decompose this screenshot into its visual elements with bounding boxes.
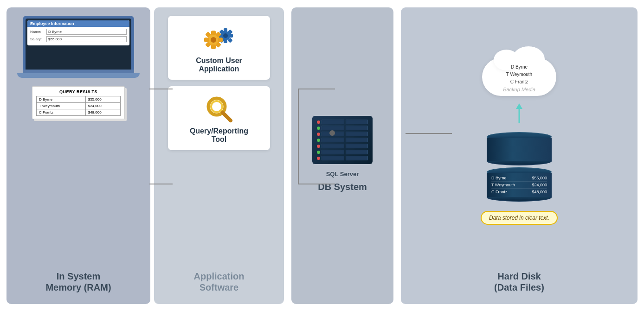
server-block xyxy=(322,144,344,148)
server-block xyxy=(322,138,344,142)
panel-app: Custom UserApplication Query/ReportingTo… xyxy=(154,7,284,304)
disk-cylinder-stack: D Byrne $55,000 T Weymouth $24,000 C Fra… xyxy=(487,132,552,202)
server-block xyxy=(346,150,368,154)
server-row xyxy=(317,138,368,142)
server-block xyxy=(346,144,368,148)
laptop-bottom xyxy=(17,73,140,78)
led-red xyxy=(317,145,320,148)
disk-salary-1: $55,000 xyxy=(532,176,547,180)
ram-content: Employee Information Name: D Byrne Salar… xyxy=(13,16,144,119)
svg-rect-5 xyxy=(229,34,233,38)
svg-rect-15 xyxy=(204,38,209,42)
panel-ram: Employee Information Name: D Byrne Salar… xyxy=(6,7,150,304)
connector-app-db-top xyxy=(298,89,335,89)
emp-header: Employee Information xyxy=(27,20,129,27)
server-block xyxy=(346,138,368,142)
server-row xyxy=(317,156,368,160)
svg-line-23 xyxy=(223,113,231,121)
cloud-shape: D Byrne T Weymouth C Frantz Backup Media xyxy=(482,58,556,96)
disk-salary-3: $48,000 xyxy=(532,190,547,194)
backup-name-3: C Frantz xyxy=(491,78,547,86)
table-cell-salary: $55,000 xyxy=(85,96,120,102)
disk-content: D Byrne T Weymouth C Frantz Backup Media xyxy=(481,16,558,267)
server-block xyxy=(322,120,344,124)
laptop-screen-outer: Employee Information Name: D Byrne Salar… xyxy=(23,16,134,70)
server-row xyxy=(317,120,368,124)
table-cell-salary: $24,000 xyxy=(85,102,120,109)
query-tool-box: Query/ReportingTool xyxy=(168,86,270,150)
magnifier-icon xyxy=(205,95,233,123)
connector-ram-app-top xyxy=(149,89,173,89)
table-cell-name: D Byrne xyxy=(37,96,86,102)
svg-point-12 xyxy=(211,37,216,43)
svg-point-1 xyxy=(223,33,228,38)
table-row: T Weymouth $24,000 xyxy=(37,102,121,109)
led-red xyxy=(317,121,320,124)
query-tool-label: Query/ReportingTool xyxy=(190,127,248,144)
query-title: QUERY RESULTS xyxy=(36,89,121,94)
server-rack xyxy=(317,120,368,160)
server-row xyxy=(317,126,368,130)
laptop: Employee Information Name: D Byrne Salar… xyxy=(23,16,134,78)
disk-row-1: D Byrne $55,000 xyxy=(491,175,547,182)
server-block xyxy=(322,126,344,130)
connector-db-disk xyxy=(406,133,452,134)
arrow-up-icon xyxy=(515,102,524,126)
emp-row-salary: Salary: $55,000 xyxy=(30,36,127,42)
svg-rect-14 xyxy=(211,44,216,49)
disk-row-2: T Weymouth $24,000 xyxy=(491,182,547,189)
led-red xyxy=(317,157,320,160)
table-cell-name: C Frantz xyxy=(37,109,86,115)
connector-dot xyxy=(329,130,335,136)
panel-ram-label: In SystemMemory (RAM) xyxy=(45,271,111,293)
svg-marker-25 xyxy=(516,103,522,109)
connector-ram-app-bottom xyxy=(149,184,173,184)
cloud-names: D Byrne T Weymouth C Frantz xyxy=(491,63,547,86)
panel-db: SQL Server DB System xyxy=(291,7,393,304)
cyl-body-main: D Byrne $55,000 T Weymouth $24,000 C Fra… xyxy=(487,173,552,197)
svg-rect-3 xyxy=(224,39,227,43)
disk-salary-2: $24,000 xyxy=(532,183,547,187)
backup-name-1: D Byrne xyxy=(491,63,547,71)
emp-body: Name: D Byrne Salary: $55,000 xyxy=(27,27,129,45)
query-table: D Byrne $55,000 T Weymouth $24,000 C Fra… xyxy=(36,96,121,116)
svg-rect-2 xyxy=(224,28,227,32)
connector-app-vertical xyxy=(298,89,299,184)
query-results: QUERY RESULTS D Byrne $55,000 T Weymouth… xyxy=(32,86,125,119)
table-row: C Frantz $48,000 xyxy=(37,109,121,115)
led-red xyxy=(317,133,320,136)
server-unit xyxy=(312,116,373,164)
cloud-backup-wrap: D Byrne T Weymouth C Frantz Backup Media xyxy=(482,58,556,96)
disk-name-3: C Frantz xyxy=(491,190,508,194)
disk-row-3: C Frantz $48,000 xyxy=(491,189,547,195)
panel-app-label: ApplicationSoftware xyxy=(194,271,245,293)
laptop-screen-inner: Employee Information Name: D Byrne Salar… xyxy=(26,19,131,70)
custom-user-app-box: Custom UserApplication xyxy=(168,16,270,80)
panel-disk: D Byrne T Weymouth C Frantz Backup Media xyxy=(401,7,638,304)
server-row xyxy=(317,144,368,148)
server-block xyxy=(346,126,368,130)
emp-field-salary: $55,000 xyxy=(46,36,127,42)
backup-label: Backup Media xyxy=(491,87,547,92)
svg-point-22 xyxy=(211,101,222,112)
employee-info-box: Employee Information Name: D Byrne Salar… xyxy=(27,20,129,45)
led-green xyxy=(317,127,320,130)
backup-name-2: T Weymouth xyxy=(491,71,547,78)
table-cell-salary: $48,000 xyxy=(85,109,120,115)
laptop-base xyxy=(23,70,134,73)
arrow-wrap xyxy=(515,102,524,126)
panel-disk-label: Hard Disk(Data Files) xyxy=(494,271,544,293)
svg-rect-16 xyxy=(218,38,223,42)
db-server-wrap: SQL Server xyxy=(312,116,373,178)
emp-field-name: D Byrne xyxy=(46,29,127,35)
server-row xyxy=(317,132,368,136)
led-green xyxy=(317,139,320,142)
server-block xyxy=(322,150,344,154)
gear-icon xyxy=(202,24,236,53)
table-cell-name: T Weymouth xyxy=(37,102,86,109)
server-block xyxy=(346,120,368,124)
svg-rect-13 xyxy=(211,31,216,35)
emp-label-salary: Salary: xyxy=(30,37,46,41)
main-diagram: Employee Information Name: D Byrne Salar… xyxy=(6,7,638,304)
disk-name-1: D Byrne xyxy=(491,176,507,180)
